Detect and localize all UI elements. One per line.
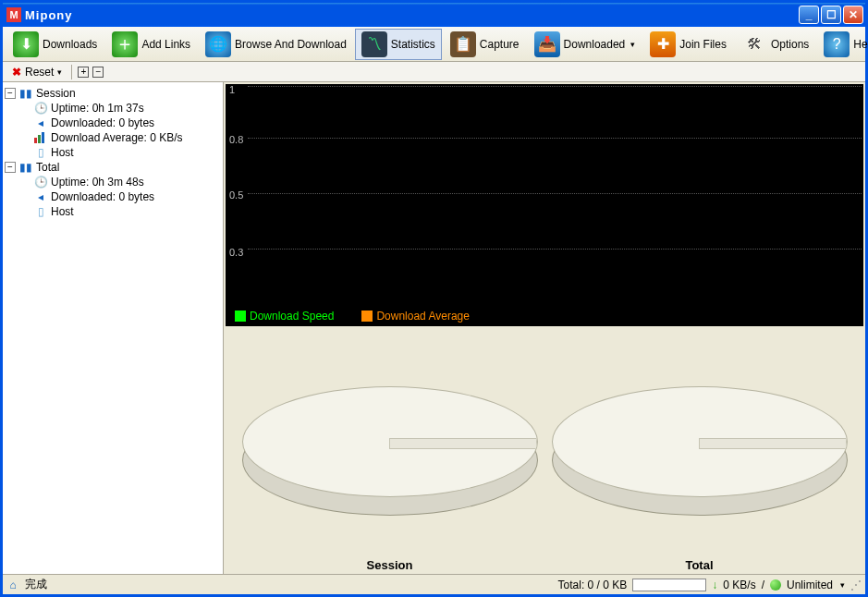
downloads-icon: ⬇: [13, 31, 39, 57]
expand-all-button[interactable]: +: [78, 67, 89, 78]
globe-icon: 🌐: [205, 31, 231, 57]
browse-label: Browse And Download: [235, 38, 347, 51]
options-label: Options: [771, 38, 809, 51]
pie-total-col: Total: [552, 377, 848, 572]
join-files-icon: ✚: [650, 31, 676, 57]
chart-grid: [248, 86, 862, 300]
pie-session-label: Session: [367, 558, 413, 572]
pie-total-label: Total: [685, 558, 713, 572]
maximize-button[interactable]: ☐: [821, 6, 841, 24]
speed-limit-label: Unlimited: [787, 579, 833, 591]
chevron-down-icon: ▾: [630, 40, 635, 49]
tree-node-session[interactable]: − ▮▮ Session: [5, 86, 221, 101]
bars-icon: [34, 131, 47, 144]
app-window: M Mipony _ ☐ ✕ ⬇ Downloads ＋ Add Links 🌐…: [0, 0, 868, 597]
help-button[interactable]: ? Help ▾: [817, 29, 868, 60]
clock-icon: 🕒: [34, 102, 47, 115]
app-icon: M: [6, 7, 21, 22]
tree-node-session-downloaded[interactable]: ◂ Downloaded: 0 bytes: [34, 116, 221, 130]
status-total: Total: 0 / 0 KB: [558, 579, 628, 591]
pies-area: Session Total: [226, 330, 863, 572]
legend-download-avg: Download Average: [361, 310, 470, 323]
join-files-button[interactable]: ✚ Join Files: [643, 29, 733, 60]
svg-rect-2: [42, 132, 44, 143]
ytick-0-8: 0.8: [229, 134, 243, 145]
statistics-button[interactable]: 〽 Statistics: [355, 29, 442, 60]
options-button[interactable]: 🛠 Options: [735, 29, 815, 60]
down-arrow-icon: ◂: [34, 116, 47, 129]
ytick-0-3: 0.3: [229, 247, 243, 258]
total-downloaded: Downloaded: 0 bytes: [51, 190, 154, 203]
right-panel: 1 0.8 0.5 0.3 Download Speed Download Av…: [224, 82, 865, 574]
downloads-button[interactable]: ⬇ Downloads: [6, 29, 104, 60]
statusbar: ⌂ 完成 Total: 0 / 0 KB ↓ 0 KB/s / Unlimite…: [3, 574, 865, 594]
tree-node-total-host[interactable]: ▯ Host: [34, 204, 221, 219]
capture-button[interactable]: 📋 Capture: [444, 29, 526, 60]
downloaded-icon: 📥: [534, 31, 560, 57]
close-icon: ✖: [10, 66, 23, 79]
add-links-button[interactable]: ＋ Add Links: [105, 29, 197, 60]
session-downloaded: Downloaded: 0 bytes: [51, 116, 154, 129]
host-icon: ▯: [34, 205, 47, 218]
legend-avg-swatch: [361, 311, 373, 322]
total-label: Total: [36, 161, 59, 174]
grip-icon: ⋰: [850, 579, 862, 591]
window-title: Mipony: [25, 8, 799, 22]
legend-download-speed: Download Speed: [235, 310, 334, 323]
speed-limit-input[interactable]: [632, 579, 706, 591]
help-label: Help: [853, 38, 868, 51]
window-buttons: _ ☐ ✕: [799, 6, 863, 24]
secondary-toolbar: ✖ Reset ▾ + −: [3, 62, 865, 82]
tree-node-session-avg[interactable]: Download Average: 0 KB/s: [34, 130, 221, 145]
stats-tree: − ▮▮ Session 🕒 Uptime: 0h 1m 37s ◂ Downl…: [3, 82, 224, 574]
status-slash: /: [762, 579, 764, 591]
chevron-down-icon[interactable]: ▾: [840, 580, 845, 590]
ytick-0-5: 0.5: [229, 189, 243, 201]
total-host: Host: [51, 205, 74, 218]
legend-speed-swatch: [235, 311, 246, 322]
session-avg: Download Average: 0 KB/s: [51, 131, 183, 144]
tree-node-total-downloaded[interactable]: ◂ Downloaded: 0 bytes: [34, 189, 221, 204]
clipboard-icon: 📋: [450, 31, 476, 57]
total-uptime: Uptime: 0h 3m 48s: [51, 176, 144, 189]
pie-total: [552, 377, 848, 525]
session-label: Session: [36, 87, 76, 100]
tree-node-session-host[interactable]: ▯ Host: [34, 145, 221, 160]
pie-session-col: Session: [242, 377, 538, 572]
browse-button[interactable]: 🌐 Browse And Download: [199, 29, 353, 60]
chart-legend: Download Speed Download Average: [235, 310, 470, 323]
session-uptime: Uptime: 0h 1m 37s: [51, 102, 144, 115]
session-host: Host: [51, 146, 74, 159]
collapse-icon[interactable]: −: [5, 162, 16, 173]
session-icon: ▮▮: [19, 87, 32, 100]
statistics-label: Statistics: [391, 38, 435, 51]
tree-node-total[interactable]: − ▮▮ Total: [5, 160, 221, 175]
statistics-icon: 〽: [361, 31, 387, 57]
reset-label: Reset: [25, 66, 54, 79]
total-icon: ▮▮: [19, 161, 32, 174]
reset-button[interactable]: ✖ Reset ▾: [6, 66, 66, 79]
titlebar: M Mipony _ ☐ ✕: [3, 3, 865, 27]
pie-session: [242, 377, 538, 525]
capture-label: Capture: [480, 38, 520, 51]
status-left: 完成: [25, 577, 47, 592]
collapse-all-button[interactable]: −: [92, 67, 104, 78]
add-links-icon: ＋: [112, 31, 138, 57]
downloaded-label: Downloaded: [564, 38, 626, 51]
tree-node-total-uptime[interactable]: 🕒 Uptime: 0h 3m 48s: [34, 175, 221, 189]
down-arrow-icon: ◂: [34, 190, 47, 203]
ytick-1: 1: [229, 84, 235, 95]
tree-node-session-uptime[interactable]: 🕒 Uptime: 0h 1m 37s: [34, 101, 221, 116]
chevron-down-icon: ▾: [57, 67, 62, 77]
svg-rect-0: [34, 138, 37, 143]
legend-speed-label: Download Speed: [250, 310, 334, 323]
status-home-icon: ⌂: [6, 579, 19, 591]
main-toolbar: ⬇ Downloads ＋ Add Links 🌐 Browse And Dow…: [3, 27, 865, 62]
speed-chart: 1 0.8 0.5 0.3 Download Speed Download Av…: [226, 84, 863, 326]
minimize-button[interactable]: _: [799, 6, 819, 24]
collapse-icon[interactable]: −: [5, 88, 16, 99]
downloaded-button[interactable]: 📥 Downloaded ▾: [528, 29, 642, 60]
content-area: − ▮▮ Session 🕒 Uptime: 0h 1m 37s ◂ Downl…: [3, 82, 865, 574]
close-button[interactable]: ✕: [843, 6, 863, 24]
host-icon: ▯: [34, 146, 47, 159]
